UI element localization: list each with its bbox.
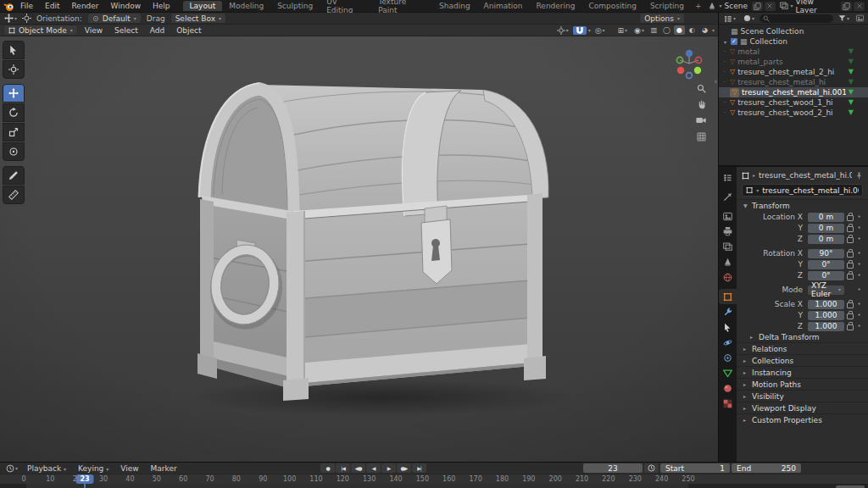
menu-view[interactable]: View — [80, 26, 108, 35]
timeline-ruler[interactable]: 23 0102030405060708090100110120130140150… — [0, 474, 868, 484]
outliner-row-object[interactable]: ·▽ metal ▼ — [719, 47, 868, 57]
snap-dropdown[interactable]: ▾ — [588, 28, 591, 33]
eye-icon[interactable] — [856, 98, 865, 107]
eye-icon[interactable] — [856, 88, 865, 97]
shading-solid-button[interactable]: ● — [674, 25, 685, 35]
visibility-panel-header[interactable]: ▸Visibility — [737, 390, 868, 402]
rotation-x-input[interactable]: 90° — [808, 249, 844, 258]
location-x-input[interactable]: 0 m — [808, 213, 844, 222]
tool-annotate[interactable] — [3, 166, 25, 185]
new-view-layer-button[interactable] — [841, 2, 852, 11]
shading-rendered-button[interactable]: ◕ — [699, 25, 710, 35]
eye-icon[interactable] — [856, 37, 865, 46]
jump-to-end-button[interactable]: ▶| — [412, 463, 426, 473]
tab-tool[interactable] — [719, 189, 737, 204]
scale-z-input[interactable]: 1.000 — [808, 322, 844, 331]
current-frame-field[interactable]: 23 — [583, 463, 643, 473]
start-frame-field[interactable]: Start 1 — [660, 463, 730, 473]
outliner-display-mode-dropdown[interactable]: ▾ — [721, 14, 738, 23]
options-dropdown[interactable]: Options ▾ — [639, 13, 685, 24]
tab-modifiers[interactable] — [719, 304, 737, 319]
active-tool-icon[interactable]: ▾ — [4, 14, 17, 23]
menu-object[interactable]: Object — [171, 26, 206, 35]
scale-y-input[interactable]: 1.000 — [808, 311, 844, 320]
collection-checkbox[interactable]: ✓ — [731, 38, 737, 45]
orthographic-toggle-icon[interactable] — [693, 129, 709, 144]
instancing-panel-header[interactable]: ▸Instancing — [737, 366, 868, 378]
animate-dot[interactable]: • — [855, 272, 863, 279]
location-z-input[interactable]: 0 m — [808, 235, 844, 244]
play-button[interactable]: ▶ — [381, 463, 396, 473]
add-workspace-button[interactable]: + — [691, 1, 706, 11]
lock-icon[interactable] — [844, 322, 855, 330]
tool-cursor[interactable] — [3, 60, 25, 79]
eye-closed-icon[interactable] — [856, 78, 865, 86]
menu-edit[interactable]: Edit — [39, 2, 65, 10]
tab-modeling[interactable]: Modeling — [222, 1, 270, 11]
animate-dot[interactable]: • — [855, 261, 863, 268]
lock-icon[interactable] — [844, 224, 855, 232]
overlays-dropdown[interactable]: ◉▾ — [632, 26, 647, 35]
timeline-track[interactable] — [0, 484, 868, 488]
jump-to-start-button[interactable]: |◀ — [336, 463, 350, 473]
location-y-input[interactable]: 0 m — [808, 224, 844, 233]
animate-dot[interactable]: • — [855, 323, 863, 330]
menu-playback[interactable]: Playback ▾ — [22, 464, 71, 473]
menu-add[interactable]: Add — [145, 26, 170, 35]
gizmos-dropdown[interactable]: ⊞▾ — [615, 26, 631, 35]
tool-scale[interactable] — [3, 123, 25, 141]
lock-icon[interactable] — [844, 260, 855, 269]
eye-icon[interactable] — [856, 68, 865, 76]
outliner-row-scene-collection[interactable]: ▦ Scene Collection — [719, 26, 868, 36]
eye-closed-icon[interactable] — [856, 47, 865, 56]
treasure-chest-model[interactable] — [0, 36, 718, 462]
next-keyframe-button[interactable]: ●▶ — [397, 463, 411, 473]
orientation-dropdown[interactable]: Default ▾ — [87, 13, 142, 24]
tab-scene[interactable] — [719, 254, 737, 269]
delete-view-layer-button[interactable] — [854, 2, 865, 11]
motion-paths-panel-header[interactable]: ▸Motion Paths — [737, 378, 868, 390]
tab-layout[interactable]: Layout — [183, 1, 223, 11]
navigation-gizmo[interactable] — [672, 47, 706, 80]
animate-dot[interactable]: • — [855, 312, 863, 319]
animate-dot[interactable]: • — [855, 236, 863, 242]
end-frame-field[interactable]: End 250 — [732, 463, 801, 473]
outliner-row-collection[interactable]: ▾ ✓ ▦ Collection — [719, 36, 868, 47]
lock-icon[interactable] — [844, 235, 855, 243]
outliner-row-object-selected[interactable]: ·▽ tresure_chest_metal_hi.001 ▼ — [719, 87, 868, 97]
animate-dot[interactable]: • — [855, 214, 863, 220]
menu-marker[interactable]: Marker — [146, 464, 182, 473]
rotation-mode-dropdown[interactable]: XYZ Euler ▾ — [808, 286, 844, 295]
tool-measure[interactable] — [3, 186, 25, 204]
animate-dot[interactable]: • — [855, 286, 863, 293]
tool-select-box[interactable] — [3, 41, 25, 59]
snap-toggle[interactable] — [573, 26, 587, 35]
animate-dot[interactable]: • — [855, 301, 863, 308]
playhead-line[interactable] — [84, 484, 86, 488]
lock-icon[interactable] — [844, 300, 855, 308]
outliner-new-collection-button[interactable] — [854, 14, 865, 23]
lock-icon[interactable] — [844, 311, 855, 319]
menu-help[interactable]: Help — [147, 2, 176, 10]
tool-rotate[interactable] — [3, 103, 25, 122]
menu-file[interactable]: File — [14, 2, 39, 10]
tab-object[interactable] — [719, 289, 737, 304]
viewport-display-panel-header[interactable]: ▸Viewport Display — [737, 402, 868, 413]
delete-scene-button[interactable] — [765, 2, 776, 11]
pan-icon[interactable] — [693, 97, 709, 112]
collections-panel-header[interactable]: ▸Collections — [737, 354, 868, 366]
tab-shading[interactable]: Shading — [432, 1, 477, 11]
new-scene-button[interactable] — [752, 2, 763, 11]
delta-transform-panel-header[interactable]: ▸ Delta Transform — [737, 331, 868, 342]
blender-logo-icon[interactable] — [3, 1, 14, 12]
expand-icon[interactable]: ▾ — [722, 39, 728, 45]
breadcrumb-object-name[interactable]: tresure_chest_metal_hi.001 — [759, 171, 852, 180]
tab-material[interactable] — [719, 380, 737, 396]
select-mode-dropdown[interactable]: Select Box ▾ — [170, 13, 226, 24]
move-gizmo-icon[interactable] — [22, 14, 31, 23]
shading-wireframe-button[interactable]: ◯ — [661, 25, 672, 35]
tab-object-data[interactable] — [719, 365, 737, 380]
animate-dot[interactable]: • — [855, 225, 863, 231]
shading-material-button[interactable]: ◐ — [687, 25, 698, 35]
outliner-row-object[interactable]: ·▽ tresure_chest_wood_1_hi ▼ — [719, 97, 868, 108]
